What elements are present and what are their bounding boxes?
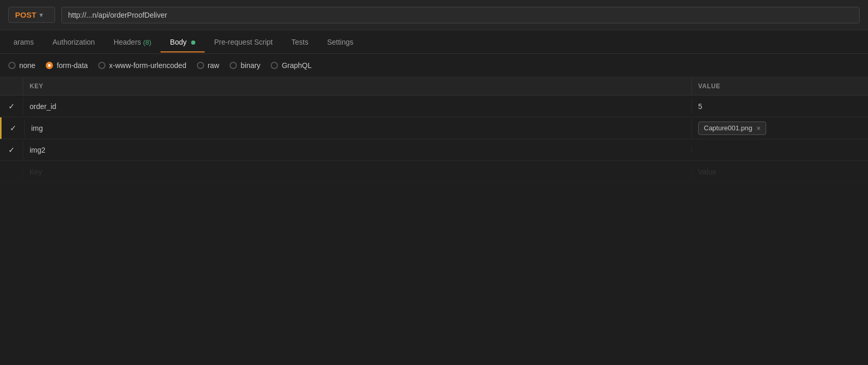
body-type-raw-label: raw [208,61,220,70]
method-selector[interactable]: POST ▾ [8,7,55,23]
body-type-urlencoded-label: x-www-form-urlencoded [109,61,186,70]
body-dot-icon [191,40,195,45]
checkmark-icon: ✓ [7,102,16,111]
checkmark-icon: ✓ [8,124,18,133]
tab-headers-badge: (8) [143,38,151,46]
row-img2-key[interactable]: img2 [23,141,691,159]
tab-body-label: Body [170,38,186,46]
tab-params[interactable]: arams [4,32,43,52]
tab-settings-label: Settings [327,38,354,46]
row-img-value: Capture001.png × [691,118,868,138]
file-chip: Capture001.png × [698,121,766,135]
radio-graphql-icon [271,62,278,69]
header-key-label: KEY [30,83,43,90]
header-check-col [0,77,23,95]
tab-body[interactable]: Body [161,32,205,52]
body-type-binary-label: binary [241,61,260,70]
body-type-graphql-label: GraphQL [282,61,312,70]
body-type-none-label: none [19,61,35,70]
header-value-col: VALUE [691,77,868,95]
radio-none-icon [8,62,16,69]
tab-headers[interactable]: Headers (8) [104,32,161,52]
row-order-id-check-cell[interactable]: ✓ [0,102,23,111]
header-value-label: VALUE [698,83,720,90]
table-row: ✓ order_id 5 [0,96,868,117]
tab-authorization-label: Authorization [52,38,95,46]
table-row: ✓ img Capture001.png × [0,117,868,139]
row-placeholder-value[interactable]: Value [691,165,868,179]
body-type-bar: none form-data x-www-form-urlencoded raw… [0,54,868,77]
file-name-label: Capture001.png [704,124,752,132]
tab-bar: arams Authorization Headers (8) Body Pre… [0,30,868,54]
url-input[interactable] [61,7,860,23]
radio-binary-icon [230,62,237,69]
body-type-form-data-label: form-data [57,61,88,70]
header-key-col: KEY [23,77,691,95]
tab-params-label: arams [14,38,34,46]
table-row: ✓ img2 [0,139,868,161]
tab-pre-request-label: Pre-request Script [214,38,273,46]
row-img2-check-cell[interactable]: ✓ [0,145,23,155]
body-type-none[interactable]: none [8,61,35,70]
row-img-key[interactable]: img [24,119,691,138]
body-type-binary[interactable]: binary [230,61,260,70]
row-placeholder-key[interactable]: Key [23,163,691,181]
radio-raw-icon [197,62,204,69]
tab-tests[interactable]: Tests [282,32,318,52]
tab-authorization[interactable]: Authorization [43,32,104,52]
row-img2-value[interactable] [691,147,868,153]
body-type-form-data[interactable]: form-data [46,61,88,70]
row-order-id-key[interactable]: order_id [23,97,691,116]
radio-form-data-icon [46,62,53,69]
body-type-raw[interactable]: raw [197,61,220,70]
chevron-down-icon: ▾ [39,11,43,19]
checkmark-icon: ✓ [7,145,16,155]
method-label: POST [15,10,36,19]
close-icon[interactable]: × [756,124,760,132]
tab-pre-request[interactable]: Pre-request Script [205,32,282,52]
tab-tests-label: Tests [291,38,309,46]
tab-settings[interactable]: Settings [318,32,363,52]
table-header: KEY VALUE [0,77,868,96]
tab-headers-label: Headers [114,38,143,46]
url-bar: POST ▾ [0,0,868,30]
table-row: Key Value [0,161,868,183]
row-order-id-value[interactable]: 5 [691,99,868,114]
radio-urlencoded-icon [98,62,105,69]
body-type-graphql[interactable]: GraphQL [271,61,312,70]
row-img-check-cell[interactable]: ✓ [2,124,24,133]
body-type-urlencoded[interactable]: x-www-form-urlencoded [98,61,186,70]
